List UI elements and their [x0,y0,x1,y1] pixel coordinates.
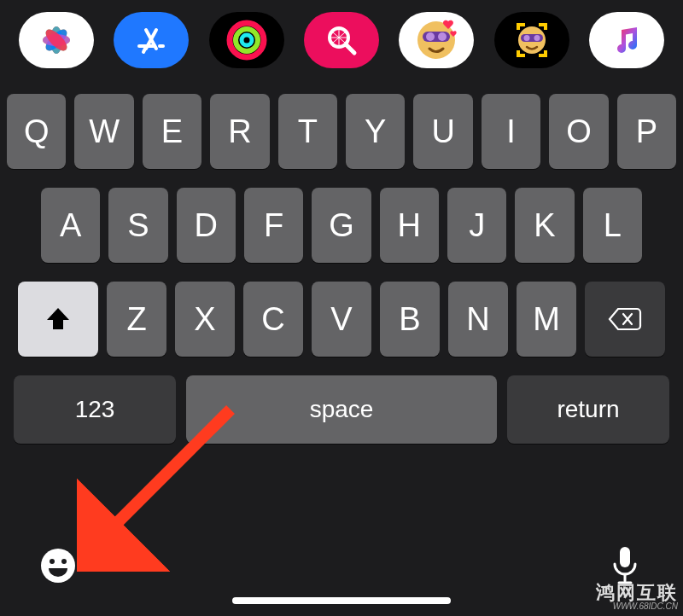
svg-rect-24 [620,547,630,567]
app-strip [0,0,683,78]
key-v[interactable]: V [312,282,371,357]
key-o[interactable]: O [549,94,608,169]
memoji-hearts-icon[interactable] [399,12,474,68]
memoji-icon[interactable] [494,12,569,68]
key-s[interactable]: S [108,188,167,263]
key-d[interactable]: D [177,188,236,263]
activity-app-icon[interactable] [209,12,284,68]
key-z[interactable]: Z [107,282,166,357]
key-h[interactable]: H [380,188,439,263]
keyboard-row-2: A S D F G H J K L [7,188,676,263]
svg-point-16 [438,32,447,41]
key-p[interactable]: P [617,94,676,169]
key-g[interactable]: G [312,188,371,263]
key-f[interactable]: F [244,188,303,263]
search-app-icon[interactable] [304,12,379,68]
key-l[interactable]: L [583,188,642,263]
keyboard: Q W E R T Y U I O P A S D F G H J K L Z … [0,78,683,444]
svg-point-20 [534,35,540,41]
key-w[interactable]: W [74,94,133,169]
app-store-icon[interactable] [114,12,189,68]
bottom-bar [0,522,683,616]
home-indicator[interactable] [232,597,451,604]
key-c[interactable]: C [243,282,303,357]
key-x[interactable]: X [175,282,235,357]
svg-point-9 [236,29,258,51]
music-app-icon[interactable] [589,12,664,68]
svg-line-12 [347,45,354,53]
microphone-icon [610,545,640,586]
emoji-smiley-icon [39,547,77,584]
key-r[interactable]: R [210,94,269,169]
key-j[interactable]: J [447,188,506,263]
svg-point-23 [61,559,67,564]
svg-point-22 [50,559,55,564]
shift-arrow-icon [44,305,73,334]
keyboard-row-3: Z X C V B N M [7,282,676,357]
svg-point-10 [242,35,252,45]
watermark: 鸿网互联 WWW.68IDC.CN [596,584,678,611]
key-m[interactable]: M [517,282,576,357]
photos-app-icon[interactable] [19,12,94,68]
key-a[interactable]: A [41,188,100,263]
key-t[interactable]: T [278,94,337,169]
keyboard-row-1: Q W E R T Y U I O P [7,94,676,169]
key-b[interactable]: B [380,282,440,357]
shift-key[interactable] [18,282,98,357]
key-k[interactable]: K [515,188,574,263]
keyboard-row-fn: 123 space return [7,375,676,444]
svg-point-21 [41,549,75,583]
backspace-icon [608,306,642,332]
space-key[interactable]: space [186,375,497,444]
emoji-keyboard-button[interactable] [36,543,80,588]
key-n[interactable]: N [448,282,508,357]
key-q[interactable]: Q [7,94,66,169]
svg-point-15 [426,32,435,41]
key-u[interactable]: U [413,94,472,169]
key-y[interactable]: Y [346,94,405,169]
backspace-key[interactable] [585,282,665,357]
return-key[interactable]: return [507,375,669,444]
watermark-title: 鸿网互联 [596,584,678,602]
svg-point-19 [523,35,529,41]
numbers-key[interactable]: 123 [14,375,176,444]
key-i[interactable]: I [482,94,540,169]
watermark-url: WWW.68IDC.CN [596,602,678,611]
key-e[interactable]: E [143,94,201,169]
